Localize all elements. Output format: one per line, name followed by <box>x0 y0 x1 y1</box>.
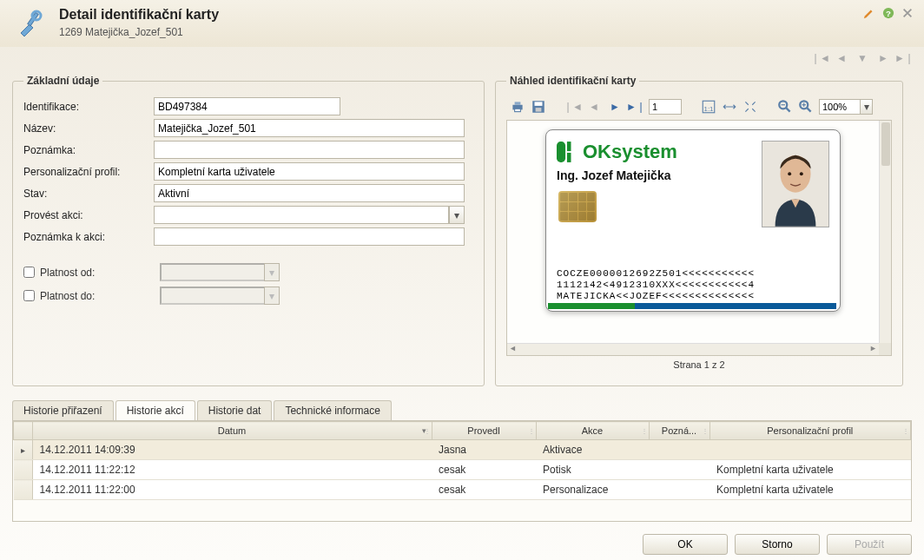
nav-prev-icon[interactable]: ◄ <box>834 50 849 66</box>
preview-viewport: OKsystem Ing. Jozef Matejička <box>506 120 892 356</box>
record-nav-bar: ❘◄ ◄ ▼ ► ►❘ <box>0 47 924 75</box>
fit-page-icon[interactable] <box>742 99 758 115</box>
zoom-in-icon[interactable] <box>798 99 814 115</box>
input-stav[interactable] <box>154 184 465 202</box>
chevron-down-icon: ▾ <box>264 287 280 305</box>
edit-icon[interactable] <box>863 7 875 22</box>
checkbox-platnost-od[interactable] <box>23 267 35 278</box>
grid-col-profil[interactable]: Personalizační profil⋮ <box>710 422 911 440</box>
label-nazev: Název: <box>23 122 154 135</box>
basic-info-panel: Základní údaje Identifikace: Název: Pozn… <box>12 75 485 386</box>
table-row[interactable]: 14.12.2011 11:22:00 cesak Personalizace … <box>14 480 911 500</box>
svg-line-16 <box>807 108 811 112</box>
vertical-scrollbar[interactable] <box>879 121 891 343</box>
id-card: OKsystem Ing. Jozef Matejička <box>545 129 841 312</box>
zoom-input[interactable] <box>820 100 860 114</box>
grid-col-akce[interactable]: Akce⋮ <box>536 422 649 440</box>
oksystem-logo-icon <box>557 142 576 162</box>
svg-rect-9 <box>536 108 542 112</box>
tools-icon <box>12 7 47 42</box>
svg-text:?: ? <box>886 9 891 18</box>
nav-down-icon[interactable]: ▼ <box>855 50 870 66</box>
help-icon[interactable]: ? <box>882 7 894 22</box>
tab-historie-prirazeni[interactable]: Historie přiřazení <box>12 400 114 420</box>
nav-last-icon[interactable]: ►❘ <box>896 50 912 66</box>
svg-rect-20 <box>567 142 571 151</box>
label-ident: Identifikace: <box>23 101 154 113</box>
input-platnost-do <box>160 287 264 305</box>
basic-info-legend: Základní údaje <box>23 75 102 87</box>
tab-historie-dat[interactable]: Historie dat <box>197 400 273 420</box>
svg-rect-8 <box>535 102 543 106</box>
label-stav: Stav: <box>23 188 154 200</box>
card-photo <box>762 141 829 227</box>
svg-text:1:1: 1:1 <box>704 105 714 113</box>
scroll-corner <box>879 343 891 355</box>
page-prev-icon[interactable]: ◄ <box>586 99 602 115</box>
combo-platnost-do: ▾ <box>160 287 280 305</box>
table-row[interactable]: 14.12.2011 11:22:12 cesak Potisk Komplet… <box>14 460 911 480</box>
svg-line-13 <box>786 108 790 112</box>
fit-width-icon[interactable] <box>722 99 737 115</box>
label-profil: Personalizační profil: <box>23 166 154 178</box>
label-poznamka-akce: Poznámka k akci: <box>23 231 154 243</box>
tab-technicke-informace[interactable]: Technické informace <box>274 400 391 420</box>
save-icon[interactable] <box>531 99 546 115</box>
grid-col-provedl[interactable]: Provedl⋮ <box>432 422 536 440</box>
nav-next-icon[interactable]: ► <box>875 50 891 66</box>
tab-body: Datum▾⋮ Provedl⋮ Akce⋮ Pozná...⋮ Persona… <box>12 420 912 522</box>
label-platnost-do: Platnost do: <box>40 290 160 302</box>
svg-point-24 <box>788 172 791 175</box>
checkbox-platnost-do[interactable] <box>23 290 35 301</box>
tab-historie-akci[interactable]: Historie akcí <box>116 400 195 420</box>
print-icon[interactable] <box>510 99 525 115</box>
ok-button[interactable]: OK <box>643 534 728 555</box>
zoom-out-icon[interactable] <box>777 99 793 115</box>
fit-actual-icon[interactable]: 1:1 <box>701 99 716 115</box>
history-grid: Datum▾⋮ Provedl⋮ Akce⋮ Pozná...⋮ Persona… <box>13 421 911 500</box>
grid-rownum-header <box>14 422 33 440</box>
svg-rect-19 <box>557 142 565 162</box>
combo-akce[interactable]: ▾ <box>154 206 465 224</box>
svg-rect-21 <box>567 153 571 162</box>
close-icon[interactable] <box>901 7 914 22</box>
card-brand-text: OKsystem <box>583 141 677 163</box>
input-profil[interactable] <box>154 162 465 181</box>
card-stripe <box>548 303 836 309</box>
grid-col-pozn[interactable]: Pozná...⋮ <box>649 422 710 440</box>
table-row[interactable]: 14.12.2011 14:09:39 Jasna Aktivace <box>14 440 911 460</box>
input-ident[interactable] <box>154 97 340 115</box>
label-platnost-od: Platnost od: <box>40 267 160 279</box>
svg-rect-5 <box>515 102 521 104</box>
page-next-icon[interactable]: ► <box>607 99 623 115</box>
window-header: Detail identifikační karty 1269 Matejičk… <box>0 0 924 47</box>
chip-icon <box>558 191 597 222</box>
input-platnost-od <box>160 263 264 281</box>
label-akce: Provést akci: <box>23 209 154 221</box>
chevron-down-icon: ▾ <box>264 263 280 281</box>
window-subtitle: 1269 Matejička_Jozef_501 <box>59 26 912 38</box>
combo-akce-input[interactable] <box>154 206 449 224</box>
tab-strip: Historie přiřazení Historie akcí Histori… <box>12 400 912 420</box>
apply-button[interactable]: Použít <box>827 534 912 555</box>
preview-toolbar: ❘◄ ◄ ► ►❘ 1:1 ▾ <box>506 97 892 120</box>
combo-platnost-od: ▾ <box>160 263 280 281</box>
horizontal-scrollbar[interactable] <box>507 343 879 355</box>
page-indicator: Strana 1 z 2 <box>506 356 892 373</box>
grid-col-datum[interactable]: Datum▾⋮ <box>32 422 432 440</box>
input-poznamka[interactable] <box>154 141 465 159</box>
zoom-combo[interactable]: ▾ <box>819 99 873 115</box>
svg-rect-6 <box>515 109 521 111</box>
input-poznamka-akce[interactable] <box>154 227 465 246</box>
page-first-icon[interactable]: ❘◄ <box>565 99 581 115</box>
button-bar: OK Storno Použít <box>0 522 924 560</box>
card-preview-panel: Náhled identifikační karty ❘◄ ◄ ► ►❘ 1:1… <box>495 75 903 386</box>
page-number-input[interactable] <box>649 99 682 115</box>
card-mrz: COCZE0000012692Z501<<<<<<<<<<< 1112142<4… <box>557 268 829 302</box>
page-last-icon[interactable]: ►❘ <box>628 99 644 115</box>
cancel-button[interactable]: Storno <box>735 534 820 555</box>
nav-first-icon[interactable]: ❘◄ <box>813 50 828 66</box>
chevron-down-icon[interactable]: ▾ <box>449 206 465 224</box>
chevron-down-icon[interactable]: ▾ <box>860 100 872 114</box>
input-nazev[interactable] <box>154 119 465 137</box>
